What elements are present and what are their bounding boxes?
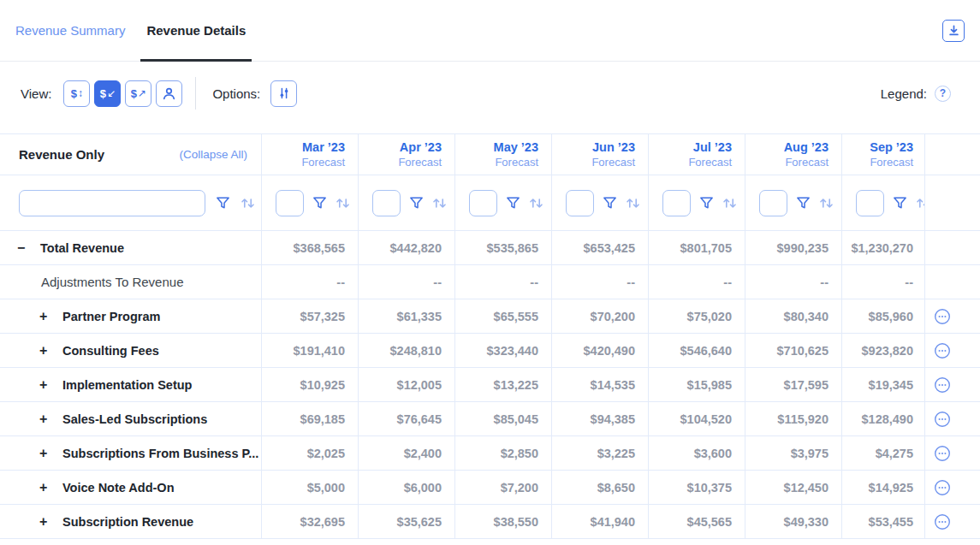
options-button[interactable] — [270, 80, 297, 107]
row-label: Voice Note Add-On — [62, 481, 175, 495]
revenue-details-table: Revenue Only (Collapse All) Mar ’23Forec… — [0, 133, 980, 539]
filter-icon[interactable] — [602, 195, 618, 211]
download-button[interactable] — [942, 20, 965, 42]
value-cell: $442,820 — [358, 231, 454, 264]
cell-value: $5,000 — [307, 481, 345, 495]
row-menu-icon[interactable] — [934, 376, 951, 394]
name-filter-input[interactable] — [19, 190, 205, 216]
dollar-glyph: $ — [131, 88, 137, 99]
expand-row-icon[interactable]: + — [39, 412, 62, 426]
row-actions-cell — [924, 265, 980, 299]
value-cell: $2,025 — [261, 436, 358, 470]
value-cell: $368,565 — [261, 231, 358, 264]
cell-value: $57,325 — [300, 310, 345, 323]
value-cell: $801,705 — [648, 231, 745, 264]
cell-value: $2,400 — [404, 447, 442, 460]
filter-icon[interactable] — [312, 195, 328, 211]
expand-row-icon[interactable]: + — [39, 310, 62, 323]
cell-value: $94,385 — [591, 412, 635, 426]
filter-icon[interactable] — [892, 195, 908, 211]
filter-row — [0, 175, 980, 231]
value-cell: $85,045 — [454, 402, 551, 435]
value-cell: $653,425 — [551, 231, 648, 264]
sort-icon[interactable] — [529, 196, 543, 210]
column-month-label: Apr ’23 — [359, 140, 442, 154]
value-cell: $710,625 — [745, 334, 841, 367]
sort-icon[interactable] — [626, 196, 640, 210]
filter-icon[interactable] — [505, 195, 521, 211]
cell-value: -- — [627, 275, 635, 289]
filter-icon[interactable] — [698, 195, 715, 211]
view-button-dollar-outflow[interactable]: $↗ — [125, 80, 151, 107]
row-menu-icon[interactable] — [934, 342, 951, 359]
expand-row-icon[interactable]: + — [39, 481, 62, 495]
cell-value: $10,375 — [687, 481, 732, 495]
row-label: Partner Program — [62, 310, 160, 323]
value-cell: $32,695 — [261, 505, 358, 538]
column-header: Jun ’23Forecast — [551, 134, 648, 175]
column-filter-input[interactable] — [566, 190, 594, 216]
value-cell: $3,225 — [551, 436, 648, 470]
column-filter-input[interactable] — [856, 190, 884, 216]
column-filter-input[interactable] — [372, 190, 401, 216]
row-menu-icon[interactable] — [934, 411, 951, 428]
view-button-person[interactable] — [156, 80, 182, 107]
filter-icon[interactable] — [795, 195, 811, 211]
expand-row-icon[interactable]: + — [39, 515, 62, 529]
expand-row-icon[interactable]: + — [39, 344, 62, 358]
sort-icon[interactable] — [916, 196, 924, 210]
sort-icon[interactable] — [819, 196, 834, 210]
tab-revenue-summary[interactable]: Revenue Summary — [12, 0, 128, 61]
legend-help-icon[interactable]: ? — [935, 86, 951, 102]
dollar-glyph: $ — [71, 88, 77, 99]
sort-icon[interactable] — [241, 196, 255, 210]
value-cell: $5,000 — [261, 471, 358, 504]
column-month-label: Jun ’23 — [552, 140, 635, 154]
cell-value: $14,535 — [591, 378, 635, 392]
filter-icon[interactable] — [215, 195, 231, 211]
value-cell: $14,535 — [551, 368, 648, 401]
tab-revenue-details[interactable]: Revenue Details — [140, 0, 252, 61]
row-menu-icon[interactable] — [934, 513, 951, 530]
expand-row-icon[interactable]: + — [39, 378, 62, 392]
cell-value: $85,960 — [842, 310, 924, 323]
value-cell: $3,600 — [648, 436, 745, 470]
column-scenario-label: Forecast — [649, 156, 732, 169]
value-cell: -- — [841, 265, 924, 299]
row-menu-icon[interactable] — [934, 308, 951, 325]
column-filter-cell — [745, 175, 841, 230]
column-filter-input[interactable] — [662, 190, 691, 216]
options-label: Options: — [212, 86, 260, 101]
row-menu-icon[interactable] — [934, 445, 951, 462]
cell-value: $710,625 — [777, 344, 829, 358]
view-button-dollar-updown[interactable]: $↕ — [63, 80, 90, 107]
actions-filter-cell — [924, 175, 980, 230]
view-button-dollar-inflow[interactable]: $↙ — [94, 80, 121, 107]
sort-icon[interactable] — [336, 196, 350, 210]
value-cell: $10,375 — [648, 471, 745, 504]
column-month-label: Jul ’23 — [649, 140, 732, 154]
collapse-all-link[interactable]: (Collapse All) — [179, 148, 247, 161]
sort-icon[interactable] — [432, 196, 447, 210]
column-filter-input[interactable] — [759, 190, 787, 216]
row-actions-cell — [924, 505, 980, 538]
column-filter-cell — [454, 175, 551, 230]
row-menu-icon[interactable] — [934, 479, 951, 496]
arrow-glyph: ↕ — [78, 88, 83, 98]
value-cell: $41,940 — [551, 505, 648, 538]
cell-value: -- — [433, 275, 442, 289]
column-scenario-label: Forecast — [745, 156, 829, 169]
sort-icon[interactable] — [722, 196, 737, 210]
dollar-glyph: $ — [100, 88, 106, 99]
view-label: View: — [21, 86, 51, 101]
expand-row-icon[interactable]: + — [39, 447, 62, 460]
cell-value: $35,625 — [397, 515, 442, 529]
table-row: −Total Revenue$368,565$442,820$535,865$6… — [0, 231, 980, 265]
revenue-planning-page: Revenue Summary Revenue Details View: $↕… — [0, 0, 980, 539]
collapse-row-icon[interactable]: − — [17, 241, 40, 255]
value-cell: $10,925 — [261, 368, 358, 401]
column-filter-input[interactable] — [469, 190, 497, 216]
row-actions-cell — [924, 471, 980, 504]
column-filter-input[interactable] — [276, 190, 304, 216]
filter-icon[interactable] — [408, 195, 425, 211]
